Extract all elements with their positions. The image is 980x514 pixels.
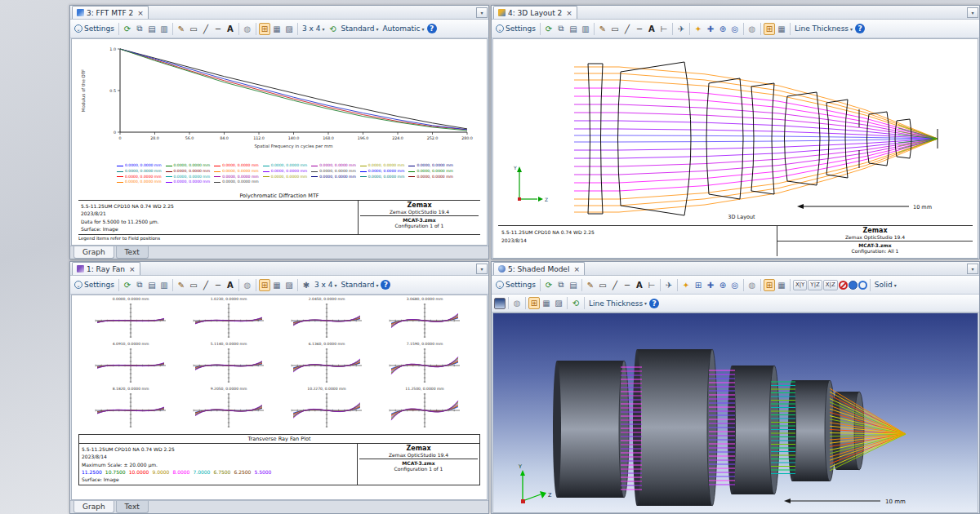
tab-list-button[interactable]: ▾ bbox=[967, 7, 978, 18]
rectangle-icon[interactable]: ▭ bbox=[188, 279, 199, 291]
tile-window-icon[interactable]: ⊞ bbox=[259, 23, 270, 35]
save-icon[interactable]: ▤ bbox=[568, 279, 579, 291]
lamp-icon[interactable]: ◍ bbox=[242, 23, 253, 35]
refresh-icon[interactable]: ⟳ bbox=[122, 23, 133, 35]
adjust-wrench-icon[interactable]: ✦ bbox=[680, 279, 692, 291]
tile-blue-icon[interactable]: ⊞ bbox=[693, 279, 704, 291]
display-mode-dropdown[interactable]: Standard▾ bbox=[339, 24, 380, 33]
dash-icon[interactable]: ─ bbox=[212, 23, 224, 35]
tile-window-icon[interactable]: ⊞ bbox=[528, 297, 540, 309]
print-icon[interactable]: ▥ bbox=[580, 23, 591, 35]
view-yz-button[interactable]: Y|Z bbox=[808, 280, 822, 290]
lamp-icon[interactable]: ◍ bbox=[511, 297, 523, 309]
display-mode-dropdown[interactable]: Standard▾ bbox=[339, 280, 380, 290]
settings-button[interactable]: ⌄Settings bbox=[73, 280, 116, 290]
view-xy-button[interactable]: X|Y bbox=[793, 280, 807, 290]
pen-icon[interactable]: ✎ bbox=[597, 23, 608, 35]
text-icon[interactable]: A bbox=[634, 279, 645, 291]
rayfan-cell[interactable]: 6.1360, 0.0000 mm bbox=[289, 342, 364, 384]
split-panes-icon[interactable]: ▦ bbox=[776, 23, 787, 35]
help-icon[interactable]: ? bbox=[649, 299, 659, 308]
line-icon[interactable]: ╱ bbox=[200, 279, 212, 291]
layout-drawing[interactable]: 10 mm3D LayoutYZ bbox=[497, 39, 977, 227]
grid-size-dropdown[interactable]: 3 x 4▾ bbox=[313, 280, 339, 290]
lamp-icon[interactable]: ◍ bbox=[242, 279, 253, 291]
split-panes-icon[interactable]: ▦ bbox=[776, 279, 787, 291]
settings-button[interactable]: ⌄Settings bbox=[494, 24, 537, 33]
grid-size-dropdown[interactable]: 3 x 4▾ bbox=[301, 24, 327, 33]
copy-icon[interactable]: ⧉ bbox=[555, 23, 567, 35]
rayfan-cell[interactable]: 7.1590, 0.0000 mm bbox=[387, 342, 462, 384]
adjust-wrench-icon[interactable]: ✦ bbox=[693, 23, 704, 35]
rayfan-cell[interactable]: 10.2270, 0.0000 mm bbox=[289, 387, 364, 429]
ruler-icon[interactable]: ⊢ bbox=[658, 23, 670, 35]
pen-icon[interactable]: ✎ bbox=[585, 279, 596, 291]
tile-window-icon[interactable]: ⊞ bbox=[764, 279, 775, 291]
tab-list-button[interactable]: ▾ bbox=[967, 264, 978, 274]
rectangle-icon[interactable]: ▭ bbox=[597, 279, 608, 291]
fly-through-icon[interactable]: ✈ bbox=[675, 23, 687, 35]
refresh-icon[interactable]: ⟳ bbox=[543, 279, 555, 291]
settings-button[interactable]: ⌄Settings bbox=[494, 280, 537, 290]
rayfan-cell[interactable]: 3.0680, 0.0000 mm bbox=[387, 297, 462, 339]
tab-text[interactable]: Text bbox=[116, 501, 149, 513]
reset-view-icon[interactable]: ⟲ bbox=[327, 23, 338, 35]
close-icon[interactable]: × bbox=[137, 9, 144, 17]
tab-graph[interactable]: Graph bbox=[74, 501, 114, 513]
zoom-in-icon[interactable]: ⊕ bbox=[717, 23, 728, 35]
rayfan-cell[interactable]: 0.0000, 0.0000 mm bbox=[93, 297, 168, 339]
shaded-model-render[interactable]: 10 mmYZ bbox=[493, 313, 978, 513]
pen-icon[interactable]: ✎ bbox=[176, 23, 187, 35]
report-graphic-icon[interactable]: ▨ bbox=[553, 297, 564, 309]
tile-window-icon[interactable]: ⊞ bbox=[259, 279, 270, 291]
dash-icon[interactable]: ─ bbox=[634, 23, 645, 35]
zoom-in-icon[interactable]: ⊕ bbox=[717, 279, 728, 291]
line-thickness-dropdown[interactable]: Line Thickness▾ bbox=[587, 299, 648, 308]
settings-button[interactable]: ⌄Settings bbox=[73, 24, 116, 33]
rectangle-icon[interactable]: ▭ bbox=[188, 23, 199, 35]
report-graphic-icon[interactable]: ▨ bbox=[283, 279, 295, 291]
tab-text[interactable]: Text bbox=[116, 246, 149, 259]
reset-view-icon[interactable]: ⟲ bbox=[570, 297, 581, 309]
line-icon[interactable]: ╱ bbox=[200, 23, 212, 35]
refresh-icon[interactable]: ⟳ bbox=[122, 279, 133, 291]
background-gradient-icon[interactable] bbox=[494, 298, 506, 309]
line-icon[interactable]: ╱ bbox=[609, 279, 621, 291]
view-xz-button[interactable]: X|Z bbox=[823, 280, 838, 290]
text-icon[interactable]: A bbox=[225, 279, 236, 291]
magnifier-icon[interactable]: ◎ bbox=[729, 279, 741, 291]
dash-icon[interactable]: ─ bbox=[621, 279, 633, 291]
rayfan-cell[interactable]: 4.0910, 0.0000 mm bbox=[93, 342, 168, 384]
ruler-icon[interactable]: ⊢ bbox=[646, 279, 657, 291]
mtf-plot-area[interactable]: 028.056.084.0112.0140.0168.0196.0224.025… bbox=[71, 38, 488, 246]
save-icon[interactable]: ▤ bbox=[146, 23, 158, 35]
pan-icon[interactable]: ✚ bbox=[705, 23, 716, 35]
report-graphic-icon[interactable]: ▨ bbox=[283, 23, 295, 35]
print-icon[interactable]: ▥ bbox=[158, 23, 170, 35]
rayfan-cell[interactable]: 8.1820, 0.0000 mm bbox=[93, 387, 168, 429]
rayfan-cell[interactable]: 5.1140, 0.0000 mm bbox=[191, 342, 266, 384]
shaded-view-area[interactable]: 10 mmYZ bbox=[492, 312, 978, 513]
close-icon[interactable]: × bbox=[573, 265, 580, 273]
rayfan-plot-area[interactable]: 0.0000, 0.0000 mm1.0230, 0.0000 mm2.0450… bbox=[71, 295, 488, 500]
split-panes-icon[interactable]: ▦ bbox=[271, 279, 283, 291]
rectangle-icon[interactable]: ▭ bbox=[609, 23, 621, 35]
save-icon[interactable]: ▤ bbox=[568, 23, 579, 35]
tab-ray-fan[interactable]: 1: Ray Fan × bbox=[72, 262, 140, 275]
help-icon[interactable]: ? bbox=[427, 24, 437, 33]
tab-list-button[interactable]: ▾ bbox=[476, 264, 488, 274]
copy-icon[interactable]: ⧉ bbox=[134, 279, 145, 291]
split-panes-icon[interactable]: ▦ bbox=[541, 297, 552, 309]
ray-disable-icon[interactable] bbox=[839, 281, 848, 290]
pan-icon[interactable]: ✚ bbox=[705, 279, 716, 291]
rayfan-cell[interactable]: 2.0450, 0.0000 mm bbox=[289, 297, 364, 339]
dash-icon[interactable]: ─ bbox=[212, 279, 224, 291]
close-icon[interactable]: × bbox=[566, 9, 572, 17]
fly-through-icon[interactable]: ✈ bbox=[663, 279, 675, 291]
mtf-chart[interactable]: 028.056.084.0112.0140.0168.0196.0224.025… bbox=[74, 41, 488, 163]
tile-window-icon[interactable]: ⊞ bbox=[764, 23, 775, 35]
split-panes-icon[interactable]: ▦ bbox=[271, 23, 283, 35]
line-icon[interactable]: ╱ bbox=[621, 23, 633, 35]
tab-3d-layout[interactable]: 4: 3D Layout 2 × bbox=[493, 6, 577, 19]
lamp-icon[interactable]: ◍ bbox=[746, 23, 758, 35]
